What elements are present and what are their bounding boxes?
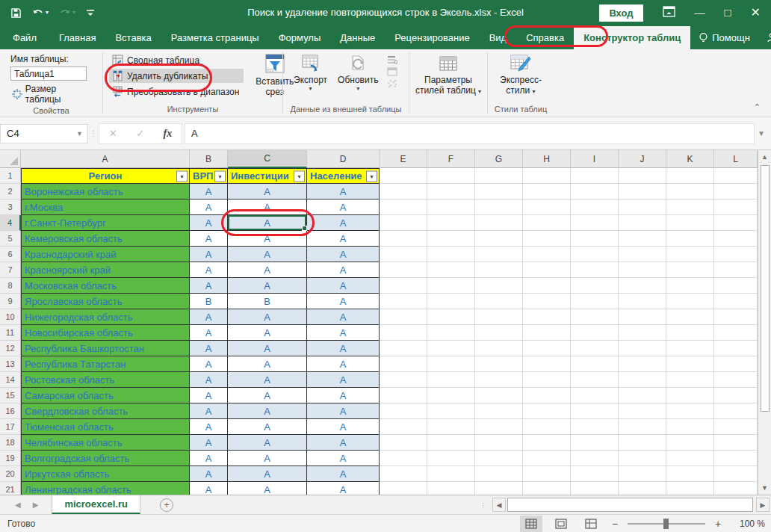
cell-L8[interactable] (714, 278, 758, 294)
cell-F19[interactable] (427, 451, 475, 466)
cell-F20[interactable] (427, 466, 475, 482)
zoom-level[interactable]: 100 % (731, 519, 765, 529)
pivot-table-button[interactable]: Сводная таблица (109, 53, 244, 67)
cell-G9[interactable] (475, 294, 523, 309)
cell-J4[interactable] (619, 215, 666, 231)
cell-F14[interactable] (427, 372, 475, 388)
cell-K10[interactable] (666, 309, 714, 325)
cell-J16[interactable] (619, 403, 666, 419)
column-header-D[interactable]: D (307, 150, 380, 168)
customize-qat-button[interactable] (86, 8, 95, 17)
table-style-options-button[interactable]: Параметры стилей таблиц ▾ (411, 49, 486, 96)
cell-C9[interactable]: В (228, 294, 307, 309)
tab-review[interactable]: Рецензирование (385, 26, 479, 49)
cell-B13[interactable]: А (190, 356, 228, 372)
cell-G1[interactable] (475, 168, 523, 184)
cell-K20[interactable] (666, 466, 714, 482)
row-header-20[interactable]: 20 (0, 466, 21, 482)
row-header-6[interactable]: 6 (0, 247, 21, 262)
cell-A15[interactable]: Самарская область (21, 388, 190, 403)
cell-I2[interactable] (571, 184, 619, 200)
cell-K7[interactable] (666, 262, 714, 278)
cell-B15[interactable]: А (190, 388, 228, 403)
cell-F18[interactable] (427, 435, 475, 451)
cell-E2[interactable] (380, 184, 427, 200)
cell-I3[interactable] (571, 200, 619, 215)
cell-E10[interactable] (380, 309, 427, 325)
cell-E9[interactable] (380, 294, 427, 309)
tab-file[interactable]: Файл (0, 26, 49, 49)
zoom-out-button[interactable]: − (610, 518, 620, 530)
tell-me-helper[interactable]: Помощн (690, 26, 758, 49)
cell-L17[interactable] (714, 419, 758, 435)
remove-duplicates-button[interactable]: Удалить дубликаты (109, 69, 244, 83)
column-header-H[interactable]: H (523, 150, 571, 168)
cell-D12[interactable]: А (307, 341, 380, 356)
maximize-button[interactable]: □ (725, 7, 731, 18)
cell-A5[interactable]: Кемеровская область (21, 231, 190, 247)
cell-A2[interactable]: Воронежская область (21, 184, 190, 200)
cell-F4[interactable] (427, 215, 475, 231)
cell-A16[interactable]: Свердловская область (21, 403, 190, 419)
cell-C11[interactable]: А (228, 325, 307, 341)
row-header-14[interactable]: 14 (0, 372, 21, 388)
cell-J6[interactable] (619, 247, 666, 262)
cell-J11[interactable] (619, 325, 666, 341)
share-button[interactable]: Поделиться (758, 26, 771, 49)
row-header-1[interactable]: 1 (0, 168, 21, 184)
cell-G10[interactable] (475, 309, 523, 325)
row-header-5[interactable]: 5 (0, 231, 21, 247)
row-header-15[interactable]: 15 (0, 388, 21, 403)
cell-A20[interactable]: Иркутская область (21, 466, 190, 482)
cell-K18[interactable] (666, 435, 714, 451)
cell-L12[interactable] (714, 341, 758, 356)
undo-button[interactable]: ▾ (32, 7, 49, 18)
cell-G20[interactable] (475, 466, 523, 482)
cell-C2[interactable]: А (228, 184, 307, 200)
cell-D3[interactable]: А (307, 200, 380, 215)
cell-D13[interactable]: А (307, 356, 380, 372)
tab-table-design[interactable]: Конструктор таблиц (574, 26, 690, 49)
cell-B18[interactable]: А (190, 435, 228, 451)
formula-bar-splitter[interactable]: ⋮ (88, 129, 99, 137)
cell-K8[interactable] (666, 278, 714, 294)
cell-C3[interactable]: А (228, 200, 307, 215)
cell-D19[interactable]: А (307, 451, 380, 466)
cell-G8[interactable] (475, 278, 523, 294)
cell-F16[interactable] (427, 403, 475, 419)
row-header-12[interactable]: 12 (0, 341, 21, 356)
column-header-E[interactable]: E (380, 150, 427, 168)
cell-A11[interactable]: Новосибирская область (21, 325, 190, 341)
zoom-in-button[interactable]: + (713, 518, 723, 530)
cell-C17[interactable]: А (228, 419, 307, 435)
row-header-16[interactable]: 16 (0, 403, 21, 419)
cell-K6[interactable] (666, 247, 714, 262)
cell-G5[interactable] (475, 231, 523, 247)
cell-B8[interactable]: А (190, 278, 228, 294)
cell-F9[interactable] (427, 294, 475, 309)
tab-home[interactable]: Главная (49, 26, 105, 49)
cell-C12[interactable]: А (228, 341, 307, 356)
cell-J17[interactable] (619, 419, 666, 435)
cell-H15[interactable] (523, 388, 571, 403)
cell-C4[interactable]: А (228, 215, 307, 231)
column-header-G[interactable]: G (475, 150, 523, 168)
row-header-17[interactable]: 17 (0, 419, 21, 435)
cell-F5[interactable] (427, 231, 475, 247)
resize-table-button[interactable]: Размер таблицы (10, 83, 95, 105)
cell-L4[interactable] (714, 215, 758, 231)
cell-E12[interactable] (380, 341, 427, 356)
cell-F10[interactable] (427, 309, 475, 325)
cell-K17[interactable] (666, 419, 714, 435)
cell-H5[interactable] (523, 231, 571, 247)
cell-B16[interactable]: А (190, 403, 228, 419)
cell-A8[interactable]: Московская область (21, 278, 190, 294)
formula-input[interactable]: А (185, 123, 755, 144)
filter-button[interactable]: ▾ (366, 170, 377, 182)
cell-H18[interactable] (523, 435, 571, 451)
cell-J8[interactable] (619, 278, 666, 294)
cell-L15[interactable] (714, 388, 758, 403)
cell-J20[interactable] (619, 466, 666, 482)
cell-E11[interactable] (380, 325, 427, 341)
name-box[interactable]: C4 ▼ (0, 124, 88, 143)
